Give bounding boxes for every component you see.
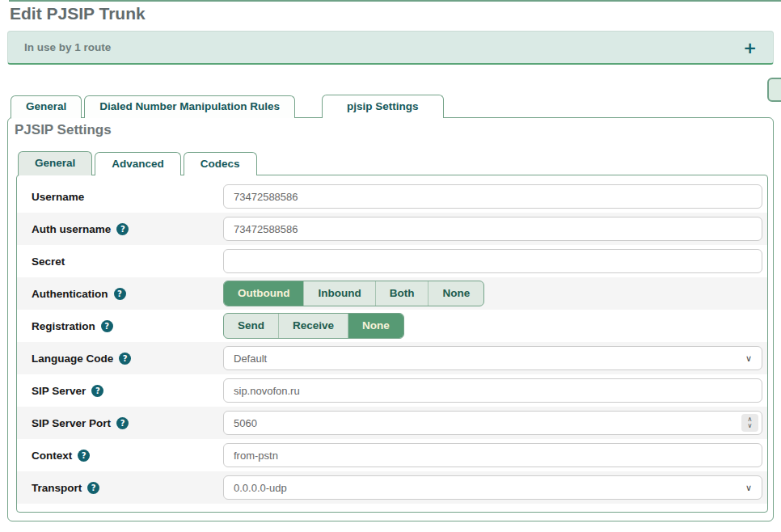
authentication-option-outbound[interactable]: Outbound (224, 281, 304, 306)
secret-label: Secret (23, 255, 223, 268)
in-use-banner-text: In use by 1 route (24, 41, 111, 53)
auth-username-input[interactable] (223, 217, 762, 241)
authentication-radio-group: Outbound Inbound Both None (223, 281, 484, 306)
pjsip-sub-tabs: General Advanced Codecs (18, 151, 257, 175)
registration-label: Registration ? (23, 320, 223, 332)
edit-pjsip-trunk-page: Edit PJSIP Trunk In use by 1 route + Gen… (0, 0, 781, 532)
auth-username-label: Auth username ? (23, 223, 223, 235)
help-icon[interactable]: ? (87, 482, 99, 494)
registration-option-send[interactable]: Send (224, 314, 279, 338)
help-icon[interactable]: ? (116, 223, 129, 235)
form-row-context: Context ? (17, 439, 767, 471)
in-use-banner[interactable]: In use by 1 route + (7, 31, 774, 65)
language-code-select[interactable]: Default ∨ (223, 346, 762, 370)
language-code-value: Default (234, 353, 267, 365)
sub-tab-general[interactable]: General (18, 151, 92, 175)
tab-dialed-number-manipulation-rules[interactable]: Dialed Number Manipulation Rules (84, 95, 295, 118)
context-label: Context ? (23, 450, 223, 462)
sip-server-port-stepper: ∧ ∨ (223, 411, 762, 435)
help-icon[interactable]: ? (116, 417, 129, 429)
form-row-sip-server: SIP Server ? (17, 374, 767, 407)
number-spinner-icon[interactable]: ∧ ∨ (741, 414, 758, 432)
tab-general[interactable]: General (11, 95, 82, 118)
sip-server-port-label: SIP Server Port ? (23, 417, 223, 429)
username-label: Username (23, 191, 223, 203)
form-row-language-code: Language Code ? Default ∨ (17, 342, 767, 374)
registration-option-none[interactable]: None (348, 314, 403, 338)
help-icon[interactable]: ? (114, 288, 126, 300)
username-input[interactable] (223, 184, 762, 209)
sip-server-input[interactable] (223, 378, 762, 403)
form-row-secret: Secret (17, 245, 767, 277)
sip-server-port-input[interactable] (223, 411, 762, 435)
sub-tab-codecs[interactable]: Codecs (184, 152, 257, 175)
floating-action-button[interactable] (767, 78, 781, 102)
authentication-option-none[interactable]: None (428, 281, 483, 306)
sip-server-label: SIP Server ? (23, 385, 223, 397)
context-input[interactable] (223, 443, 762, 467)
registration-radio-group: Send Receive None (223, 313, 404, 339)
tab-pjsip-settings[interactable]: pjsip Settings (322, 95, 444, 118)
top-accent-line (9, 0, 781, 2)
chevron-down-icon: ∨ (745, 353, 752, 364)
chevron-down-icon: ∨ (745, 483, 752, 493)
sub-tab-advanced[interactable]: Advanced (95, 152, 181, 175)
form-row-registration: Registration ? Send Receive None (17, 310, 767, 342)
help-icon[interactable]: ? (91, 385, 103, 397)
form-row-authentication: Authentication ? Outbound Inbound Both N… (17, 277, 767, 310)
help-icon[interactable]: ? (101, 320, 113, 332)
transport-select[interactable]: 0.0.0.0-udp ∨ (223, 475, 762, 500)
secret-input[interactable] (223, 249, 762, 273)
help-icon[interactable]: ? (78, 450, 90, 462)
form-row-auth-username: Auth username ? (17, 213, 767, 245)
page-title: Edit PJSIP Trunk (10, 4, 146, 23)
authentication-label: Authentication ? (23, 288, 223, 300)
pjsip-general-form: Username Auth username ? Secret (16, 175, 768, 513)
transport-value: 0.0.0.0-udp (234, 482, 287, 494)
registration-option-receive[interactable]: Receive (279, 314, 348, 338)
plus-icon[interactable]: + (743, 38, 757, 57)
help-icon[interactable]: ? (119, 353, 131, 365)
transport-label: Transport ? (23, 482, 223, 494)
form-row-transport: Transport ? 0.0.0.0-udp ∨ (17, 471, 767, 504)
authentication-option-both[interactable]: Both (376, 281, 429, 306)
trunk-tabs: General Dialed Number Manipulation Rules… (11, 95, 444, 118)
authentication-option-inbound[interactable]: Inbound (304, 281, 375, 306)
language-code-label: Language Code ? (23, 353, 223, 365)
panel-heading: PJSIP Settings (15, 122, 112, 138)
form-row-username: Username (17, 180, 767, 213)
form-row-sip-server-port: SIP Server Port ? ∧ ∨ (17, 407, 767, 439)
